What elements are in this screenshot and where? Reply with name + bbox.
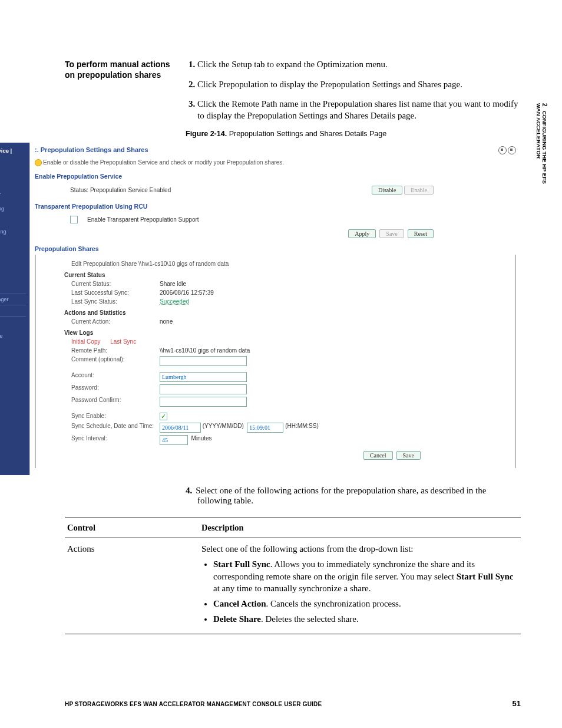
initial-copy-link[interactable]: Initial Copy: [71, 338, 100, 345]
controls-table: Control Description Actions Select one o…: [65, 518, 521, 634]
transparent-checkbox[interactable]: [70, 216, 78, 223]
screenshot: Optimization Service | General Settings …: [0, 143, 521, 475]
refresh-icon: [498, 146, 507, 154]
step-4: Select one of the following actions for …: [197, 486, 521, 506]
status-text: Status: Prepopulation Service Enabled: [70, 187, 171, 193]
apply-button[interactable]: Apply: [348, 229, 376, 238]
procedure-heading: To perform manual actions on prepopulati…: [65, 59, 180, 80]
disable-button[interactable]: Disable: [372, 186, 403, 195]
page-footer: HP STORAGEWORKS EFS WAN ACCELERATOR MANA…: [65, 699, 521, 708]
page-number: 51: [513, 699, 521, 708]
title-icons[interactable]: [497, 146, 516, 156]
info-banner: Enable or disable the Prepopulation Serv…: [35, 157, 516, 168]
password-confirm-input[interactable]: [160, 397, 247, 407]
sync-enable-checkbox[interactable]: [160, 413, 167, 420]
footer-title: HP STORAGEWORKS EFS WAN ACCELERATOR MANA…: [65, 701, 322, 707]
comment-input[interactable]: [160, 356, 247, 366]
sync-interval-input[interactable]: [160, 435, 188, 445]
reset-button[interactable]: Reset: [408, 229, 434, 238]
step-2: Click Prepopulation to display the Prepo…: [197, 79, 521, 91]
save-share-button[interactable]: Save: [396, 451, 421, 460]
side-tab-chapter: 2: [541, 103, 548, 107]
table-row: Actions Select one of the following acti…: [65, 538, 521, 634]
nav-current[interactable]: Prepopulation ⇐: [0, 213, 29, 221]
nav-sidebar: Optimization Service | General Settings …: [0, 143, 29, 475]
th-description: Description: [199, 518, 521, 538]
section-enable-service: Enable Prepopulation Service: [35, 173, 516, 180]
sync-time-input[interactable]: [247, 423, 283, 433]
print-icon: [508, 146, 516, 154]
procedure-steps-continued: Select one of the following actions for …: [186, 486, 521, 506]
side-tab: 2 CONFIGURING THE HP EFS WAN ACCELERATOR: [535, 103, 548, 184]
page-title: :. Prepopulation Settings and Shares: [35, 145, 516, 157]
step-1: Click the Setup tab to expand the Optimi…: [197, 59, 521, 71]
nav-header[interactable]: Optimization Service |: [0, 146, 29, 155]
edit-share-label: Edit Prepopulation Share \\hw1-cs10\10 g…: [71, 261, 229, 267]
sync-date-input[interactable]: [160, 423, 201, 433]
last-sync-link[interactable]: Last Sync: [110, 338, 136, 345]
step-3: Click the Remote Path name in the Prepop…: [197, 98, 521, 121]
section-shares: Prepopulation Shares: [35, 245, 516, 252]
th-control: Control: [65, 518, 199, 538]
save-button: Save: [379, 229, 404, 238]
section-transparent: Transparent Prepopulation Using RCU: [35, 203, 516, 210]
remote-path-value: \\hw1-cs10\10 gigs of random data: [160, 347, 250, 354]
figure-caption: Figure 2-14. Prepopulation Settings and …: [186, 130, 521, 138]
account-input[interactable]: [160, 372, 247, 382]
procedure-steps: Click the Setup tab to expand the Optimi…: [186, 59, 521, 121]
cancel-button[interactable]: Cancel: [363, 451, 393, 460]
password-input[interactable]: [160, 384, 247, 394]
enable-button: Enable: [404, 186, 434, 195]
